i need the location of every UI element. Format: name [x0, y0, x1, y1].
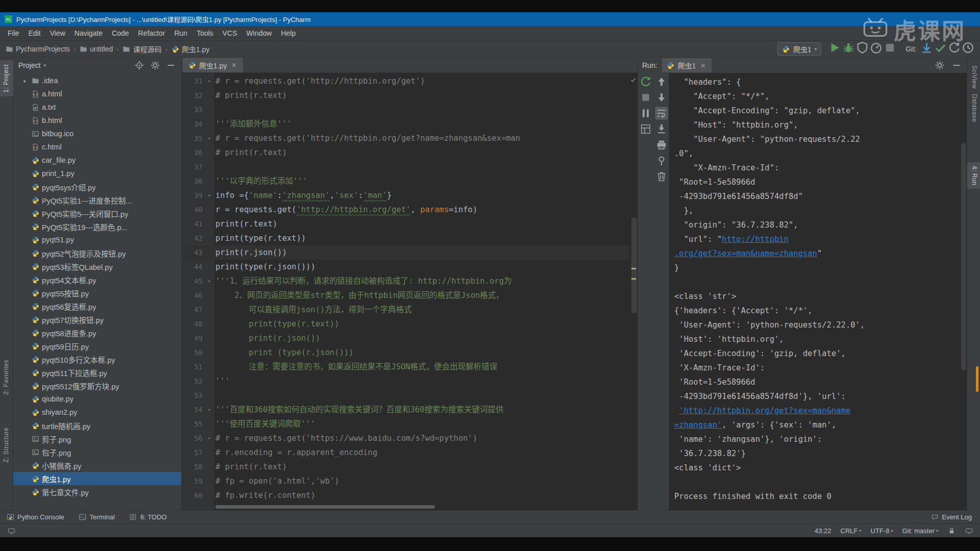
- fold-marker[interactable]: ▾: [204, 131, 214, 145]
- toolwindow-button-python-console[interactable]: Python Console: [6, 513, 64, 521]
- coverage-icon[interactable]: [855, 41, 869, 54]
- tree-item[interactable]: ▸.idea: [13, 74, 181, 87]
- console-link[interactable]: http://httpbin: [722, 235, 789, 244]
- editor-line[interactable]: 57# r.encoding = r.apparent_encoding: [182, 445, 629, 460]
- stripe-tab-z-structure[interactable]: Z: Structure: [0, 424, 13, 466]
- editor-line[interactable]: 40r = requests.get('http://httpbin.org/g…: [182, 203, 629, 217]
- editor-line[interactable]: 48 print(type(r.text)): [182, 317, 629, 331]
- editor-vertical-scrollbar[interactable]: [631, 217, 637, 314]
- editor-line[interactable]: 53: [182, 388, 629, 403]
- line-number[interactable]: 45: [182, 274, 204, 288]
- editor-line[interactable]: 51 注意：需要注意的书，如果返回结果不是JSON格式，便会出现解析错误: [182, 360, 629, 374]
- encoding-selector[interactable]: UTF-8▾: [871, 527, 893, 535]
- editor-line[interactable]: 39▾info ={'name':'zhangsan','sex':'man'}: [182, 188, 629, 203]
- line-number[interactable]: 52: [182, 374, 204, 388]
- close-icon[interactable]: [699, 61, 707, 69]
- stop-icon[interactable]: [883, 41, 897, 54]
- tree-item[interactable]: c.html: [13, 140, 181, 154]
- tree-item[interactable]: pyqt511下拉选框.py: [13, 366, 181, 379]
- line-separator-selector[interactable]: CRLF▾: [841, 527, 862, 535]
- editor-tab[interactable]: 爬虫1.py: [183, 58, 243, 72]
- fold-marker[interactable]: ▾: [204, 74, 214, 88]
- console-scrollbar[interactable]: [961, 143, 966, 370]
- breadcrumb-untitled[interactable]: untitled: [79, 45, 113, 53]
- inspections-ok-icon[interactable]: [630, 76, 636, 82]
- editor-line[interactable]: 35▾# r = requests.get('http://httpbin.or…: [182, 131, 629, 145]
- tree-item[interactable]: pyqt54文本框.py: [13, 273, 181, 286]
- hide-icon[interactable]: [166, 59, 176, 71]
- tree-item[interactable]: pyqt58进度条.py: [13, 326, 181, 339]
- line-number[interactable]: 42: [182, 231, 204, 245]
- hide-icon[interactable]: [951, 59, 962, 71]
- line-number[interactable]: 40: [182, 203, 204, 217]
- tree-item[interactable]: a.html: [13, 87, 181, 101]
- editor-line[interactable]: 42print(type(r.text)): [182, 231, 629, 245]
- line-number[interactable]: 47: [182, 303, 204, 317]
- menu-help[interactable]: Help: [276, 27, 300, 39]
- editor-line[interactable]: 46 2、网页的返回类型是str类型，由于httpbin网页返回的格式是Json…: [182, 288, 629, 303]
- line-number[interactable]: 36: [182, 145, 204, 160]
- editor-line[interactable]: 59# fp = open('a.html','wb'): [182, 474, 629, 488]
- tree-item[interactable]: pyqt59日历.py: [13, 339, 181, 353]
- tree-item[interactable]: print_1.py: [13, 167, 181, 180]
- tree-item[interactable]: 爬虫1.py: [13, 472, 181, 485]
- debug-icon[interactable]: [842, 41, 855, 54]
- tree-item[interactable]: pyqt5512俄罗斯方块.py: [13, 379, 181, 392]
- menu-view[interactable]: View: [45, 27, 70, 39]
- line-number[interactable]: 34: [182, 117, 204, 131]
- editor-line[interactable]: 58# print(r.text): [182, 460, 629, 474]
- toolwindow-button-6-todo[interactable]: 6: TODO: [129, 513, 167, 521]
- line-number[interactable]: 41: [182, 217, 204, 231]
- gear-icon[interactable]: [150, 59, 160, 71]
- run-icon[interactable]: [828, 41, 842, 54]
- commit-icon[interactable]: [934, 41, 947, 54]
- stripe-tab-4-run[interactable]: 4: Run: [967, 162, 980, 189]
- print-icon[interactable]: [655, 139, 668, 151]
- menu-navigate[interactable]: Navigate: [70, 27, 107, 39]
- line-number[interactable]: 60: [182, 488, 204, 503]
- editor-line[interactable]: 34'''添加额外信息''': [182, 117, 629, 131]
- tree-item[interactable]: car_file.py: [13, 154, 181, 167]
- editor-line[interactable]: 32# print(r.text): [182, 88, 629, 103]
- update-icon[interactable]: [920, 41, 934, 54]
- fold-marker[interactable]: ▾: [204, 403, 214, 417]
- line-number[interactable]: 54: [182, 403, 204, 417]
- menu-window[interactable]: Window: [242, 27, 277, 39]
- tree-item[interactable]: 包子.png: [13, 445, 181, 459]
- tree-item[interactable]: PyQt5实验5---关闭窗口.py: [13, 207, 181, 220]
- tree-item[interactable]: bitbug.ico: [13, 127, 181, 140]
- line-number[interactable]: 56: [182, 431, 204, 445]
- pause-icon[interactable]: [640, 107, 652, 119]
- tree-item[interactable]: b.html: [13, 114, 181, 127]
- menu-code[interactable]: Code: [107, 27, 133, 39]
- tree-item[interactable]: pyqt52气泡提示及按钮.py: [13, 246, 181, 260]
- line-number[interactable]: 43: [182, 245, 204, 260]
- stripe-tab-sciview[interactable]: SciView: [967, 62, 980, 92]
- tree-item[interactable]: PyQt5实验1---进度条控制...: [13, 193, 181, 207]
- stripe-tab-2-favorites[interactable]: 2: Favorites: [0, 356, 13, 398]
- console-link[interactable]: =zhangsan': [674, 420, 722, 430]
- run-tab[interactable]: 爬虫1: [662, 58, 712, 72]
- editor-line[interactable]: 36# print(r.text): [182, 145, 629, 160]
- line-number[interactable]: 37: [182, 160, 204, 174]
- line-number[interactable]: 53: [182, 388, 204, 403]
- tree-item[interactable]: pyqt53标签QLabel.py: [13, 260, 181, 273]
- tree-item[interactable]: pyqt56复选框.py: [13, 299, 181, 313]
- tree-item[interactable]: pyqt510多行文本框.py: [13, 353, 181, 366]
- editor-line[interactable]: 56▾# r = requests.get('https://www.baidu…: [182, 431, 629, 445]
- editor-line[interactable]: 38'''以字典的形式添加''': [182, 174, 629, 188]
- gear-icon[interactable]: [935, 59, 945, 71]
- line-number[interactable]: 55: [182, 417, 204, 431]
- line-number[interactable]: 39: [182, 188, 204, 203]
- line-number[interactable]: 59: [182, 474, 204, 488]
- breadcrumb-爬虫1-py[interactable]: 爬虫1.py: [171, 44, 209, 54]
- caret-position[interactable]: 43:22: [815, 527, 831, 535]
- event-log-button[interactable]: Event Log: [930, 513, 972, 521]
- tree-item[interactable]: pyqt51.py: [13, 233, 181, 246]
- git-branch-widget[interactable]: Git: master▾: [902, 527, 938, 535]
- clear-icon[interactable]: [655, 170, 668, 183]
- line-number[interactable]: 49: [182, 331, 204, 345]
- editor-line[interactable]: 31▾# r = requests.get('http://httpbin.or…: [182, 74, 629, 88]
- editor-line[interactable]: 47 可以直接调用json()方法，得到一个字典格式: [182, 303, 629, 317]
- rerun-icon[interactable]: [640, 76, 652, 88]
